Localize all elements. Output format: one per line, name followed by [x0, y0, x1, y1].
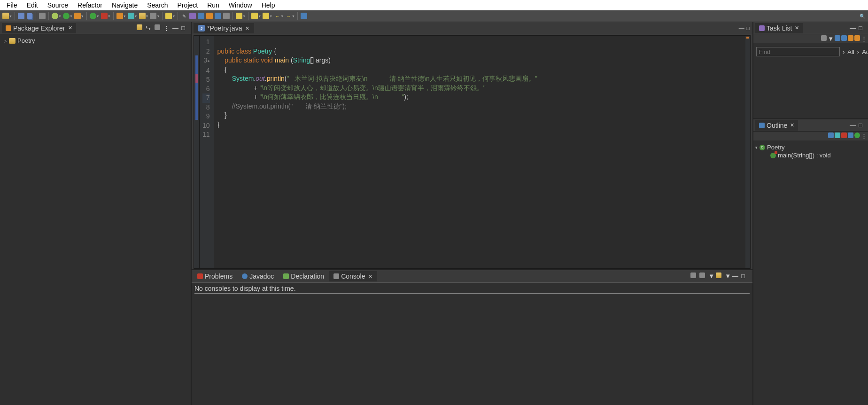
prev-annotation-icon[interactable] [262, 12, 270, 20]
outline-class-item[interactable]: ▾ C Poetry [755, 143, 866, 151]
toggle-breadcrumb-icon[interactable] [39, 12, 46, 20]
new-task-icon[interactable] [821, 35, 827, 42]
maximize-icon[interactable]: □ [859, 122, 866, 129]
new-class-icon[interactable] [127, 12, 135, 20]
new-icon[interactable] [2, 12, 9, 20]
grid-icon[interactable] [223, 12, 230, 20]
menu-refactor[interactable]: Refactor [73, 0, 107, 10]
code-editor[interactable]: 1 2 3● 4 5 6 7 8 9 10 11 public class Po… [194, 35, 751, 269]
save-icon[interactable] [17, 12, 25, 20]
collapse-icon[interactable]: ⋮ [861, 35, 867, 42]
tag-icon[interactable] [197, 12, 205, 20]
line-number-gutter[interactable]: 1 2 3● 4 5 6 7 8 9 10 11 [200, 36, 214, 268]
menu-run[interactable]: Run [202, 0, 224, 10]
run-icon[interactable] [62, 12, 70, 20]
maximize-icon[interactable]: □ [746, 25, 750, 31]
new-package-icon[interactable] [116, 12, 124, 20]
dropdown-icon[interactable]: ▼ [96, 15, 100, 18]
focus-task-icon[interactable] [848, 35, 853, 42]
pin-console-icon[interactable] [690, 273, 698, 280]
hide-nonpublic-icon[interactable] [848, 132, 853, 140]
view-menu-icon[interactable]: ⋮ [163, 24, 171, 32]
overview-ruler[interactable] [745, 36, 750, 268]
display-console-icon[interactable] [699, 273, 707, 280]
stack-icon[interactable] [214, 12, 222, 20]
project-item[interactable]: ▷ Poetry [4, 37, 187, 44]
maximize-icon[interactable]: □ [181, 24, 189, 32]
package-explorer-tab[interactable]: Package Explorer ✕ [2, 23, 76, 33]
outline-tree[interactable]: ▾ C Poetry main(String[]) : void [753, 140, 868, 162]
dropdown-icon[interactable]: ▼ [9, 15, 12, 18]
perspective-icon[interactable] [300, 12, 308, 20]
wand-icon[interactable]: ✎ [180, 12, 188, 20]
dropdown-icon[interactable]: ▼ [146, 15, 149, 18]
view-menu-icon[interactable]: ⋮ [861, 132, 867, 140]
menu-navigate[interactable]: Navigate [107, 0, 142, 10]
close-icon[interactable]: ✕ [68, 25, 72, 31]
minimize-icon[interactable]: — [172, 24, 180, 32]
close-icon[interactable]: ✕ [795, 25, 799, 31]
quick-access-search-icon[interactable]: 🔍 [859, 12, 866, 20]
maximize-icon[interactable]: □ [741, 273, 749, 280]
next-annotation-icon[interactable] [251, 12, 258, 20]
annotation-ruler[interactable] [194, 36, 200, 268]
task-list-body[interactable]: › All › Activate... [753, 43, 868, 118]
task-list-tab[interactable]: Task List ✕ [755, 23, 803, 33]
close-icon[interactable]: ✕ [245, 25, 249, 31]
dropdown-icon[interactable]: ▼ [708, 273, 714, 280]
menu-help[interactable]: Help [257, 0, 280, 10]
menu-file[interactable]: File [2, 0, 22, 10]
hide-static-icon[interactable] [841, 132, 847, 140]
menu-project[interactable]: Project [173, 0, 203, 10]
expand-icon[interactable]: ▷ [4, 39, 7, 43]
hide-local-icon[interactable] [854, 132, 860, 140]
close-icon[interactable]: ✕ [368, 273, 372, 280]
dropdown-icon[interactable]: ▼ [58, 15, 62, 18]
open-console-icon[interactable] [716, 273, 723, 280]
menu-source[interactable]: Source [43, 0, 73, 10]
synchronize-icon[interactable] [854, 35, 860, 42]
menu-search[interactable]: Search [142, 0, 172, 10]
dropdown-icon[interactable]: ▼ [242, 15, 246, 18]
dropdown-icon[interactable]: ▼ [108, 15, 111, 18]
close-icon[interactable]: ✕ [790, 122, 794, 128]
outline-method-item[interactable]: main(String[]) : void [755, 151, 866, 159]
categorize-icon[interactable] [835, 35, 840, 42]
external-tools-icon[interactable] [101, 12, 108, 20]
tab-problems[interactable]: Problems [193, 271, 237, 281]
minimize-icon[interactable]: — [850, 122, 857, 129]
schedule-icon[interactable] [841, 35, 847, 42]
run-last-icon[interactable] [89, 12, 97, 20]
collapse-all-icon[interactable] [137, 24, 144, 32]
marker[interactable] [746, 37, 749, 39]
back-icon[interactable]: ← [273, 12, 281, 20]
dropdown-icon[interactable]: ▼ [269, 15, 272, 18]
collapse-icon[interactable]: ▾ [755, 145, 758, 150]
minimize-icon[interactable]: — [732, 273, 740, 280]
new-folder-icon[interactable] [139, 12, 146, 20]
pin-icon[interactable] [235, 12, 243, 20]
new-file-icon[interactable] [149, 12, 157, 20]
dropdown-icon[interactable]: ▼ [156, 15, 160, 18]
tab-declaration[interactable]: Declaration [279, 271, 329, 281]
sort-icon[interactable] [828, 132, 834, 140]
maximize-icon[interactable]: □ [859, 24, 866, 32]
task-find-input[interactable] [756, 47, 840, 56]
editor-tab-poetry[interactable]: J *Poetry.java ✕ [194, 23, 254, 33]
search-icon[interactable] [165, 12, 172, 20]
menu-edit[interactable]: Edit [22, 0, 43, 10]
hide-fields-icon[interactable] [835, 132, 840, 140]
focus-icon[interactable] [155, 24, 162, 32]
dropdown-icon[interactable]: ▼ [172, 15, 175, 18]
package-explorer-tree[interactable]: ▷ Poetry [0, 34, 191, 405]
dropdown-icon[interactable]: ▼ [280, 15, 284, 18]
dropdown-icon[interactable]: ▼ [258, 15, 261, 18]
forward-icon[interactable]: → [285, 12, 292, 20]
save-all-icon[interactable] [26, 12, 33, 20]
debug-icon[interactable] [51, 12, 59, 20]
dropdown-icon[interactable]: ▼ [134, 15, 138, 18]
dropdown-icon[interactable]: ▼ [123, 15, 126, 18]
task-all-link[interactable]: All [847, 48, 854, 55]
dropdown-icon[interactable]: ▼ [292, 15, 295, 18]
tab-console[interactable]: Console ✕ [329, 271, 377, 281]
